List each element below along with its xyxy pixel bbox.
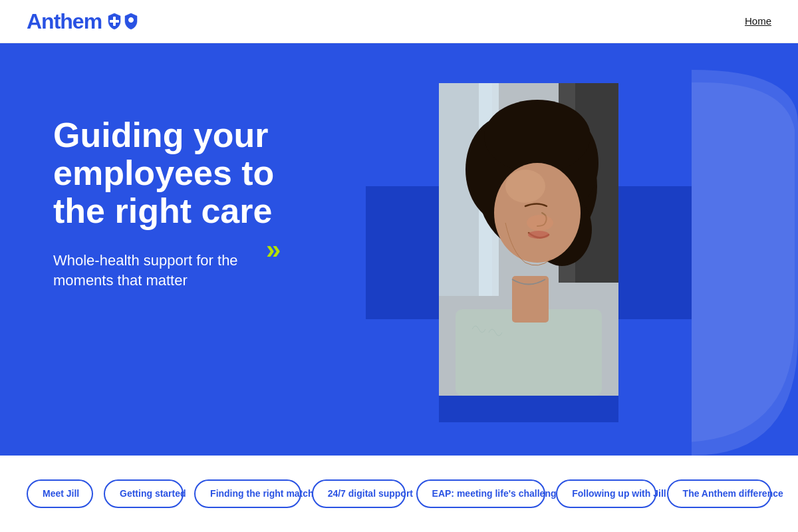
brand-name: Anthem	[27, 9, 102, 34]
home-link[interactable]: Home	[745, 15, 771, 27]
person-photo-container	[439, 83, 618, 396]
svg-rect-1	[110, 20, 119, 23]
blue-shield-icon	[124, 13, 138, 30]
nav-pill-finding-right-match[interactable]: Finding the right match	[194, 479, 301, 507]
main-nav: Home	[745, 15, 771, 27]
hero-text-block: Guiding your employees to the right care…	[53, 116, 306, 291]
blue-cross-icon	[107, 13, 122, 30]
shield-icons	[107, 13, 138, 30]
nav-pill-anthem-difference[interactable]: The Anthem difference	[667, 479, 771, 507]
header: Anthem Home	[0, 0, 798, 43]
svg-rect-9	[512, 276, 549, 323]
nav-pill-meet-jill[interactable]: Meet Jill	[27, 479, 93, 507]
decorative-shield	[692, 70, 798, 456]
svg-point-16	[505, 170, 545, 203]
cross-shape	[366, 83, 692, 422]
hero-headline: Guiding your employees to the right care	[53, 116, 306, 231]
bottom-navigation: Meet JillGetting startedFinding the righ…	[0, 456, 798, 532]
photo-cross-container	[366, 83, 692, 422]
svg-point-13	[484, 100, 591, 173]
hero-subtext: Whole-health support for the moments tha…	[53, 251, 239, 292]
person-illustration	[439, 83, 618, 396]
nav-pill-getting-started[interactable]: Getting started	[104, 479, 184, 507]
nav-pill-eap-challenges[interactable]: EAP: meeting life's challenges	[416, 479, 546, 507]
svg-point-18	[527, 215, 553, 231]
nav-pill-digital-support[interactable]: 24/7 digital support	[312, 479, 406, 507]
hero-section: Guiding your employees to the right care…	[0, 43, 798, 456]
nav-pill-following-up[interactable]: Following up with Jill	[556, 479, 656, 507]
svg-point-17	[528, 231, 549, 239]
logo: Anthem	[27, 9, 138, 34]
hero-arrow-icon[interactable]: »	[266, 235, 277, 265]
